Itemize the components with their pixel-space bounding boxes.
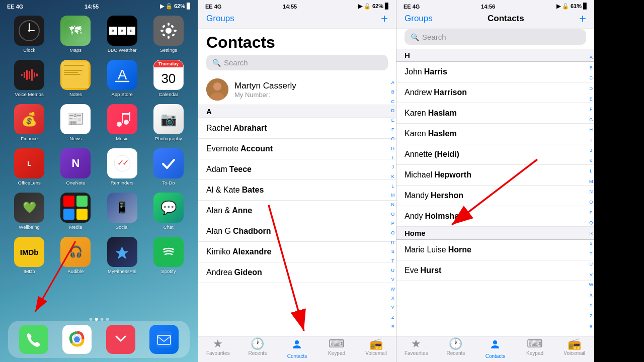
add-contact-button[interactable]: + [381, 13, 388, 25]
tab-keypad-label-p3: Keypad [526, 350, 543, 356]
app-icon-wrap-music[interactable]: Music [101, 104, 143, 141]
contacts-h-panel: EE 4G 14:56 ▶ 🔓 61% ▊ Groups Contacts + … [396, 0, 594, 362]
media-icon [60, 193, 91, 223]
contact-row-andy-holmshaw[interactable]: Andy Holmshaw [396, 206, 594, 227]
my-number-name: Martyn Casserly [234, 81, 296, 91]
app-icon-wrap-calendar[interactable]: Thursday 30 Calendar [147, 60, 190, 97]
contact-row[interactable]: Kimiko Alexandre [198, 242, 396, 262]
svg-rect-22 [36, 73, 38, 76]
contact-last: Anne [232, 206, 252, 215]
app-label-chat: Chat [164, 224, 174, 230]
app-icon-wrap-photography[interactable]: 📷 Photography [147, 104, 190, 141]
contact-last: Haslem [428, 129, 457, 138]
contact-row-john-harris[interactable]: John Harris [396, 62, 594, 82]
app-icon-wrap-todo[interactable]: To-Do [147, 148, 190, 186]
contact-last: Hurst [421, 266, 442, 275]
app-label-photography: Photography [155, 136, 182, 141]
app-icon-wrap-fitness[interactable]: MyFitnessPal [101, 237, 143, 274]
app-icon-wrap-wellbeing[interactable]: 💚 Wellbeing [8, 193, 50, 230]
contact-row-michael-hepworth[interactable]: Michael Hepworth [396, 165, 594, 186]
reminders-icon: ✓ ✓ [107, 148, 137, 178]
contact-row[interactable]: Adam Teece [198, 159, 396, 180]
contact-row[interactable]: Alan G Chadborn [198, 221, 396, 242]
app-icon-wrap-appstore[interactable]: A App Store [101, 60, 143, 97]
keypad-icon: ⌨ [329, 338, 345, 349]
search-bar-p3[interactable]: 🔍 Search [405, 29, 586, 45]
contact-row-karen-haslem[interactable]: Karen Haslem [396, 124, 594, 144]
app-icon-wrap-notes[interactable]: Notes [54, 60, 97, 97]
app-label-clock: Clock [23, 47, 35, 53]
tab-contacts-p3[interactable]: Contacts [475, 338, 515, 359]
alpha-index-p3[interactable]: ABCDE FGHIJ KLMNO PQRST UVWXY Z# [589, 49, 594, 336]
search-icon-p2: 🔍 [212, 59, 221, 67]
battery-text: ▶ 🔓 62% ▊ [160, 3, 191, 10]
contact-row-eve-hurst[interactable]: Eve Hurst [396, 260, 594, 281]
app-label-wellbeing: Wellbeing [19, 224, 40, 230]
app-icon-wrap-finance[interactable]: 💰 Finance [8, 104, 50, 141]
contact-row-al-kate[interactable]: Al & Kate Bates [198, 180, 396, 201]
my-number-sub: My Number: [234, 91, 296, 99]
groups-button[interactable]: Groups [206, 14, 234, 24]
alpha-index-p2[interactable]: ABCDE FGHIJ KLMNO PQRST UVWXY Z# [391, 74, 395, 336]
app-icon-wrap-chat[interactable]: 💬 Chat [147, 193, 190, 230]
svg-text:A: A [117, 67, 127, 82]
app-icon-wrap-spotify[interactable]: Spotify [147, 237, 190, 274]
imdb-icon: IMDb [14, 237, 44, 267]
app-icon-wrap-maps[interactable]: 🗺 Maps [54, 16, 97, 53]
app-icon-wrap-office[interactable]: L OfficeLens [8, 148, 50, 186]
tab-favourites[interactable]: ★ Favourites [198, 338, 238, 359]
svg-rect-7 [168, 23, 170, 26]
svg-rect-18 [26, 70, 28, 80]
contact-row-mandy-hershon[interactable]: Mandy Hershon [396, 186, 594, 206]
contact-row[interactable]: Alan & Anne [198, 201, 396, 221]
dock-pocket-icon[interactable] [106, 325, 135, 354]
contact-row[interactable]: Rachel Abrahart [198, 118, 396, 139]
app-icon-wrap-settings[interactable]: Settings [147, 16, 190, 53]
search-bar-p2[interactable]: 🔍 Search [206, 55, 388, 70]
tab-recents-p3[interactable]: 🕐 Recents [436, 338, 476, 359]
contact-row[interactable]: Evernote Account [198, 139, 396, 159]
battery-p2: ▶ 🔓 62% ▊ [358, 3, 389, 10]
groups-button-p3[interactable]: Groups [405, 14, 433, 24]
svg-rect-14 [162, 33, 166, 37]
app-icon-wrap-reminders[interactable]: ✓ ✓ Reminders [101, 148, 143, 186]
app-icon-wrap-bbc[interactable]: B B C BBC Weather [101, 16, 143, 53]
dock-chrome-icon[interactable] [62, 325, 92, 354]
contact-row[interactable]: Andrea Gideon [198, 262, 396, 283]
wellbeing-icon: 💚 [14, 193, 44, 223]
contact-row-karen-haslam[interactable]: Karen Haslam [396, 103, 594, 124]
app-icon-wrap-news[interactable]: 📰 News [54, 104, 97, 141]
my-number-row[interactable]: Martyn Casserly My Number: [198, 74, 396, 105]
nav-title-p3: Contacts [488, 14, 524, 24]
app-icon-wrap-media[interactable]: Media [54, 193, 97, 230]
contact-row-andrew-harrison[interactable]: Andrew Harrison [396, 82, 594, 103]
contact-last: Alexandre [232, 247, 271, 256]
tab-contacts[interactable]: Contacts [277, 338, 317, 359]
contact-last: Account [240, 144, 273, 153]
recents-icon: 🕐 [251, 338, 264, 349]
tab-voicemail-p3[interactable]: 📻 Voicemail [554, 338, 594, 359]
tab-favourites-p3[interactable]: ★ Favourites [396, 338, 436, 359]
svg-point-3 [28, 30, 30, 32]
svg-rect-19 [29, 71, 30, 79]
app-icon-wrap-imdb[interactable]: IMDb IMDb [8, 237, 50, 274]
app-icon-wrap-audible[interactable]: 🎧 Audible [54, 237, 97, 274]
tab-voicemail[interactable]: 📻 Voicemail [356, 338, 396, 359]
tab-keypad[interactable]: ⌨ Keypad [317, 338, 357, 359]
dock-mail-icon[interactable] [149, 325, 179, 354]
app-icon-wrap-social[interactable]: 📱 Social [101, 193, 143, 230]
app-icon-wrap-onenote[interactable]: N OneNote [54, 148, 97, 186]
app-grid: Clock 🗺 Maps B B C BBC Weather [0, 11, 198, 279]
app-icon-wrap-clock[interactable]: Clock [8, 16, 50, 53]
contact-row-marie-horne[interactable]: Marie Luise Horne [396, 240, 594, 260]
contact-row-annette-heidi[interactable]: Annette (Heidi) [396, 144, 594, 165]
contact-first: Alan G [206, 227, 231, 236]
dock-phone-icon[interactable] [19, 325, 48, 354]
tab-keypad-p3[interactable]: ⌨ Keypad [515, 338, 555, 359]
tab-recents[interactable]: 🕐 Recents [238, 338, 278, 359]
dock [8, 321, 190, 358]
favourites-icon-p3: ★ [411, 338, 421, 349]
add-contact-button-p3[interactable]: + [579, 13, 586, 25]
app-icon-wrap-voicememo[interactable]: Voice Memos [8, 60, 50, 97]
svg-rect-38 [113, 331, 129, 347]
